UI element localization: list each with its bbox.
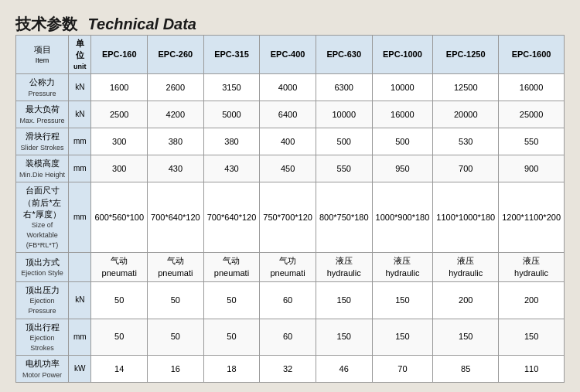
row-label: 顶出方式Ejection Style bbox=[16, 253, 69, 282]
row-value: 液压hydraulic bbox=[499, 253, 565, 282]
table-row: 公称力PressurekN160026003150400063001000012… bbox=[16, 74, 565, 101]
row-value: 46 bbox=[316, 356, 372, 383]
row-value: 20000 bbox=[433, 101, 499, 128]
row-value: 16000 bbox=[372, 101, 433, 128]
row-value: 3150 bbox=[203, 74, 260, 101]
row-value: 2500 bbox=[91, 101, 148, 128]
row-value: 750*700*120 bbox=[260, 182, 316, 253]
header-epc630: EPC-630 bbox=[316, 36, 372, 74]
row-value: 300 bbox=[91, 155, 148, 182]
row-value: 300 bbox=[91, 128, 148, 155]
row-value: 50 bbox=[148, 319, 204, 356]
row-value: 450 bbox=[260, 155, 316, 182]
row-value: 气动pneumati bbox=[203, 253, 260, 282]
title-chinese: 技术参数 bbox=[15, 15, 77, 32]
table-row: 装模高度Min.Die Heightmm30043043045055095070… bbox=[16, 155, 565, 182]
row-value: 900 bbox=[499, 155, 565, 182]
row-value: 150 bbox=[316, 319, 372, 356]
table-row: 电机功率Motor PowerkW14161832467085110 bbox=[16, 356, 565, 383]
row-value: 500 bbox=[316, 128, 372, 155]
row-value: 150 bbox=[499, 319, 565, 356]
row-value: 4000 bbox=[260, 74, 316, 101]
row-value: 4200 bbox=[148, 101, 204, 128]
row-value: 380 bbox=[148, 128, 204, 155]
row-value: 110 bbox=[499, 356, 565, 383]
row-unit: kN bbox=[69, 282, 91, 319]
row-value: 32 bbox=[260, 356, 316, 383]
row-value: 液压hydraulic bbox=[316, 253, 372, 282]
row-label: 台面尺寸（前后*左右*厚度）Size of Worktable(FB*RL*T) bbox=[16, 182, 69, 253]
header-epc160: EPC-160 bbox=[91, 36, 148, 74]
header-epc1600: EPC-1600 bbox=[499, 36, 565, 74]
row-value: 500 bbox=[372, 128, 433, 155]
table-row: 顶出方式Ejection Style气动pneumati气动pneumati气动… bbox=[16, 253, 565, 282]
row-value: 430 bbox=[203, 155, 260, 182]
row-value: 700*640*120 bbox=[203, 182, 260, 253]
row-value: 16000 bbox=[499, 74, 565, 101]
row-unit: mm bbox=[69, 182, 91, 253]
row-value: 2600 bbox=[148, 74, 204, 101]
row-value: 5000 bbox=[203, 101, 260, 128]
row-value: 1100*1000*180 bbox=[433, 182, 499, 253]
table-row: 顶出压力Ejection PressurekN50505060150150200… bbox=[16, 282, 565, 319]
header-epc1000: EPC-1000 bbox=[372, 36, 433, 74]
row-value: 12500 bbox=[433, 74, 499, 101]
row-value: 1200*1100*200 bbox=[499, 182, 565, 253]
row-value: 液压hydraulic bbox=[433, 253, 499, 282]
page-title: 技术参数 Technical Data bbox=[15, 14, 565, 35]
header-epc315: EPC-315 bbox=[203, 36, 260, 74]
row-value: 6300 bbox=[316, 74, 372, 101]
row-label: 顶出行程Ejection Strokes bbox=[16, 319, 69, 356]
row-value: 550 bbox=[499, 128, 565, 155]
row-value: 85 bbox=[433, 356, 499, 383]
table-row: 台面尺寸（前后*左右*厚度）Size of Worktable(FB*RL*T)… bbox=[16, 182, 565, 253]
row-label: 电机功率Motor Power bbox=[16, 356, 69, 383]
row-value: 14 bbox=[91, 356, 148, 383]
table-row: 滑块行程Slider Strokesmm30038038040050050053… bbox=[16, 128, 565, 155]
table-row: 最大负荷Max. PressurekN250042005000640010000… bbox=[16, 101, 565, 128]
row-value: 50 bbox=[91, 282, 148, 319]
row-value: 1600 bbox=[91, 74, 148, 101]
row-unit: kN bbox=[69, 74, 91, 101]
row-value: 液压hydraulic bbox=[372, 253, 433, 282]
row-value: 10000 bbox=[372, 74, 433, 101]
row-value: 10000 bbox=[316, 101, 372, 128]
table-row: 顶出行程Ejection Strokesmm505050601501501501… bbox=[16, 319, 565, 356]
row-label: 顶出压力Ejection Pressure bbox=[16, 282, 69, 319]
row-value: 600*560*100 bbox=[91, 182, 148, 253]
header-unit: 单位 unit bbox=[69, 36, 91, 74]
header-epc260: EPC-260 bbox=[148, 36, 204, 74]
row-value: 550 bbox=[316, 155, 372, 182]
row-value: 700*640*120 bbox=[148, 182, 204, 253]
row-label: 最大负荷Max. Pressure bbox=[16, 101, 69, 128]
row-unit bbox=[69, 253, 91, 282]
row-value: 800*750*180 bbox=[316, 182, 372, 253]
row-unit: kW bbox=[69, 356, 91, 383]
row-value: 气动pneumati bbox=[148, 253, 204, 282]
row-value: 60 bbox=[260, 282, 316, 319]
row-value: 430 bbox=[148, 155, 204, 182]
row-label: 公称力Pressure bbox=[16, 74, 69, 101]
row-label: 装模高度Min.Die Height bbox=[16, 155, 69, 182]
row-value: 400 bbox=[260, 128, 316, 155]
row-value: 50 bbox=[203, 319, 260, 356]
row-value: 60 bbox=[260, 319, 316, 356]
row-value: 150 bbox=[372, 282, 433, 319]
row-value: 530 bbox=[433, 128, 499, 155]
row-value: 150 bbox=[433, 319, 499, 356]
row-value: 380 bbox=[203, 128, 260, 155]
row-label: 滑块行程Slider Strokes bbox=[16, 128, 69, 155]
row-value: 6400 bbox=[260, 101, 316, 128]
row-value: 700 bbox=[433, 155, 499, 182]
row-value: 1000*900*180 bbox=[372, 182, 433, 253]
row-unit: mm bbox=[69, 319, 91, 356]
row-unit: kN bbox=[69, 101, 91, 128]
row-value: 150 bbox=[316, 282, 372, 319]
row-value: 200 bbox=[433, 282, 499, 319]
row-value: 气动pneumati bbox=[91, 253, 148, 282]
title-english: Technical Data bbox=[88, 15, 196, 32]
row-value: 200 bbox=[499, 282, 565, 319]
row-value: 50 bbox=[91, 319, 148, 356]
row-unit: mm bbox=[69, 128, 91, 155]
header-epc1250: EPC-1250 bbox=[433, 36, 499, 74]
